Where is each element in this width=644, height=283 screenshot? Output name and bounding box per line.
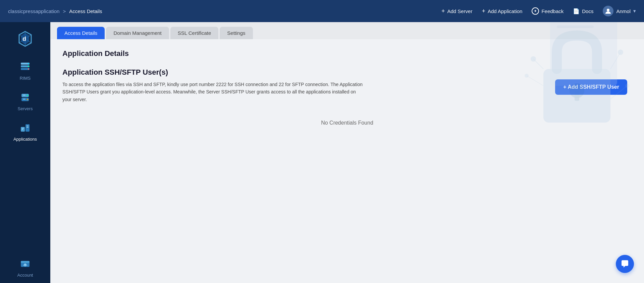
breadcrumb-app[interactable]: classicpressapplication <box>8 8 59 14</box>
add-ssh-sftp-user-button[interactable]: + Add SSH/SFTP User <box>555 79 627 95</box>
no-credentials-text: No Credentials Found <box>62 113 632 133</box>
sidebar-item-applications-label: Applications <box>13 137 37 142</box>
user-avatar <box>603 6 613 16</box>
ssh-sftp-section: Application SSH/SFTP User(s) To access t… <box>62 68 632 133</box>
sidebar-item-servers[interactable]: Servers <box>0 86 50 117</box>
breadcrumb: classicpressapplication > Access Details <box>8 8 441 14</box>
svg-rect-18 <box>22 129 23 130</box>
feedback-icon: ✦ <box>532 7 539 15</box>
svg-point-6 <box>28 63 29 64</box>
main-layout: d RIMS <box>0 22 644 283</box>
docs-button[interactable]: 📄 Docs <box>573 8 593 14</box>
svg-point-8 <box>28 68 29 70</box>
account-icon <box>19 258 31 270</box>
plus-icon: + <box>482 8 485 15</box>
svg-point-0 <box>607 9 609 11</box>
sidebar-item-applications[interactable]: Applications <box>0 117 50 147</box>
sidebar-item-account-label: Account <box>17 273 33 278</box>
svg-point-14 <box>27 99 28 100</box>
add-server-button[interactable]: + Add Server <box>441 8 473 15</box>
svg-rect-19 <box>26 126 29 126</box>
sidebar-item-rims[interactable]: RIMS <box>0 56 50 86</box>
add-application-button[interactable]: + Add Application <box>482 8 522 15</box>
rims-icon <box>19 61 31 73</box>
tab-ssl-certificate[interactable]: SSL Certificate <box>170 27 219 39</box>
chat-icon <box>621 260 629 268</box>
content-area: Access Details Domain Management SSL Cer… <box>50 22 644 283</box>
ssh-description: To access the application files via SSH … <box>62 81 364 103</box>
svg-line-35 <box>533 59 543 69</box>
servers-icon <box>19 91 31 103</box>
chevron-down-icon: ▾ <box>633 8 636 14</box>
svg-rect-11 <box>23 95 25 95</box>
breadcrumb-current-page: Access Details <box>69 8 102 14</box>
applications-icon <box>19 122 31 134</box>
svg-rect-20 <box>26 127 29 128</box>
svg-rect-22 <box>21 261 30 263</box>
sidebar-item-account[interactable]: Account <box>0 253 50 283</box>
svg-point-7 <box>28 66 29 67</box>
feedback-button[interactable]: ✦ Feedback <box>532 7 564 15</box>
plus-icon: + <box>441 8 445 15</box>
svg-rect-12 <box>23 99 25 99</box>
add-server-label: Add Server <box>447 8 472 14</box>
user-menu-button[interactable]: Anmol ▾ <box>603 6 636 16</box>
svg-rect-16 <box>25 124 30 132</box>
breadcrumb-separator: > <box>63 8 66 14</box>
page-content: Application Details Application SSH/SFTP… <box>50 39 644 143</box>
docs-label: Docs <box>582 8 593 14</box>
svg-text:d: d <box>22 36 26 42</box>
page-title: Application Details <box>62 49 632 58</box>
sidebar: d RIMS <box>0 22 50 283</box>
svg-point-13 <box>27 95 28 96</box>
tab-domain-management[interactable]: Domain Management <box>106 27 169 39</box>
ssh-section-title: Application SSH/SFTP User(s) <box>62 68 632 77</box>
svg-rect-17 <box>22 128 24 129</box>
nav-actions: + Add Server + Add Application ✦ Feedbac… <box>441 6 636 16</box>
sidebar-item-rims-label: RIMS <box>20 76 31 81</box>
sidebar-logo: d <box>15 29 35 49</box>
feedback-label: Feedback <box>541 8 564 14</box>
user-name: Anmol <box>616 8 631 14</box>
add-application-label: Add Application <box>488 8 522 14</box>
tab-access-details[interactable]: Access Details <box>57 27 105 39</box>
docs-icon: 📄 <box>573 8 580 14</box>
sidebar-item-servers-label: Servers <box>18 106 33 111</box>
tab-bar: Access Details Domain Management SSL Cer… <box>50 22 644 39</box>
top-navbar: classicpressapplication > Access Details… <box>0 0 644 22</box>
tab-settings[interactable]: Settings <box>220 27 253 39</box>
chat-support-button[interactable] <box>616 255 634 273</box>
